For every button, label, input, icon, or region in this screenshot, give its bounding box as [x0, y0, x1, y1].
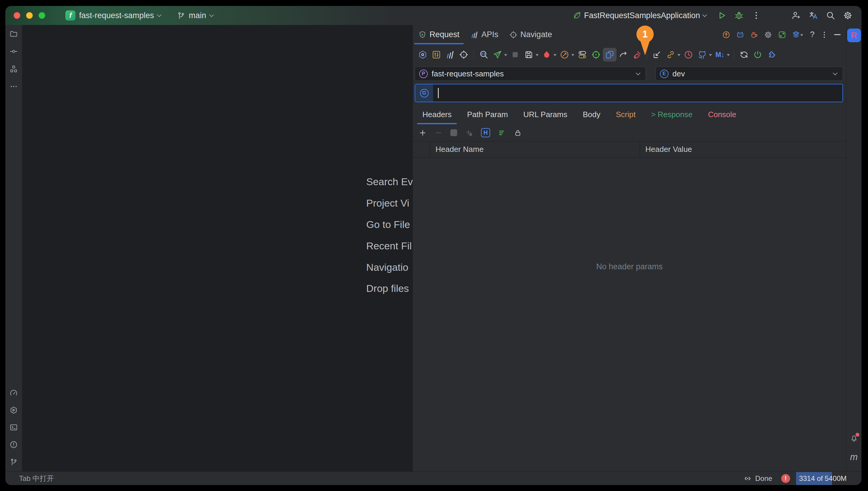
config-button[interactable]: [416, 48, 430, 61]
toolwindow-settings-button[interactable]: [430, 48, 443, 61]
upgrade-icon[interactable]: [722, 31, 730, 39]
copy-request-button[interactable]: [603, 48, 616, 61]
locate-api-button[interactable]: [589, 48, 603, 61]
layout-selector[interactable]: [792, 31, 804, 39]
more-tool-windows-button[interactable]: [9, 82, 18, 91]
tab-navigate[interactable]: Navigate: [504, 25, 558, 44]
more-run-options-button[interactable]: [751, 11, 761, 20]
plugin-settings-button[interactable]: [764, 48, 778, 61]
code-with-me-button[interactable]: [791, 11, 801, 20]
settings-gear-button[interactable]: [843, 11, 852, 20]
redo-button[interactable]: [616, 48, 630, 61]
toggle-params-button[interactable]: [576, 48, 589, 61]
refresh-button[interactable]: [737, 48, 751, 61]
notifications-button[interactable]: [850, 434, 858, 443]
notification-badge-dot: [856, 433, 859, 437]
minimize-window-button[interactable]: [26, 12, 33, 19]
add-header-button[interactable]: [419, 129, 427, 137]
run-configuration-selector[interactable]: FastRequestSamplesApplication: [570, 9, 709, 22]
help-icon[interactable]: ?: [810, 31, 814, 39]
headers-table-body[interactable]: No header params: [413, 157, 846, 471]
api-list-button[interactable]: [443, 48, 457, 61]
save-request-button[interactable]: [522, 48, 536, 61]
tab-apis[interactable]: APIs: [465, 25, 504, 44]
structure-tool-window-button[interactable]: [9, 65, 18, 73]
zoom-window-button[interactable]: [39, 12, 45, 19]
chevron-down-icon: [833, 70, 838, 75]
profiler-tool-window-button[interactable]: [9, 389, 18, 397]
search-everywhere-button[interactable]: [826, 11, 835, 20]
api-docs-button[interactable]: [540, 48, 553, 61]
copy-icon: [605, 50, 614, 59]
edit-disabled-button[interactable]: [558, 48, 571, 61]
edit-options-arrow-icon[interactable]: [571, 54, 574, 58]
hide-panel-button[interactable]: [834, 34, 841, 35]
build-status-text[interactable]: Done: [755, 474, 772, 483]
commit-tool-window-button[interactable]: [9, 47, 18, 56]
sort-lines-icon[interactable]: [498, 129, 506, 137]
remove-header-button[interactable]: [435, 129, 442, 137]
maven-tool-window-button[interactable]: m: [850, 452, 858, 462]
navigate-to-code-button[interactable]: [457, 48, 470, 61]
fast-request-logo[interactable]: R: [847, 29, 861, 42]
project-widget[interactable]: f fast-request-samples: [62, 9, 164, 22]
send-options-arrow-icon[interactable]: [504, 54, 507, 58]
history-button[interactable]: [682, 48, 695, 61]
subtab-url-params[interactable]: URL Params: [516, 105, 575, 124]
github-options-arrow-icon[interactable]: [709, 54, 712, 58]
reload-plugin-button[interactable]: [751, 48, 764, 61]
close-window-button[interactable]: [14, 12, 20, 19]
error-notification-icon[interactable]: !: [781, 474, 790, 483]
expand-view-icon[interactable]: [778, 31, 786, 39]
build-status-icon[interactable]: [744, 474, 752, 483]
subtab-console[interactable]: Console: [700, 105, 744, 124]
import-button[interactable]: [650, 48, 664, 61]
services-tool-window-button[interactable]: [9, 406, 18, 414]
link-options-arrow-icon[interactable]: [677, 54, 681, 58]
http-method-segment[interactable]: G: [415, 84, 433, 102]
coffee-donate-icon[interactable]: [750, 31, 758, 39]
github-sync-button[interactable]: [695, 48, 709, 61]
terminal-tool-window-button[interactable]: [9, 423, 18, 432]
panel-options-kebab-icon[interactable]: [820, 31, 829, 39]
search-api-button[interactable]: [477, 48, 490, 61]
tab-request[interactable]: Request: [413, 25, 465, 44]
hint-navigation-bar: Navigatio: [366, 257, 413, 278]
memory-indicator[interactable]: 3314 of 5400M: [796, 472, 849, 485]
import-icon: [652, 50, 662, 59]
save-options-arrow-icon[interactable]: [536, 54, 539, 58]
panel-header: Request APIs Navigate: [413, 25, 846, 45]
header-name-column[interactable]: Header Name: [430, 142, 640, 157]
version-control-tool-window-button[interactable]: [9, 458, 18, 466]
subtab-path-param[interactable]: Path Param: [459, 105, 516, 124]
global-header-toggle[interactable]: H: [481, 128, 490, 137]
robot-assistant-icon[interactable]: [736, 31, 744, 39]
debug-button[interactable]: [734, 11, 744, 20]
header-value-column[interactable]: Header Value: [640, 142, 846, 157]
subtab-headers[interactable]: Headers: [415, 105, 459, 124]
subtab-script[interactable]: Script: [608, 105, 643, 124]
url-field-wrapper: G: [415, 84, 843, 102]
project-combobox[interactable]: P fast-request-samples: [415, 66, 646, 81]
chevron-down-icon: [157, 12, 162, 17]
run-button[interactable]: [717, 11, 726, 20]
clear-headers-button[interactable]: [450, 129, 457, 136]
translate-button[interactable]: [809, 11, 818, 20]
add-from-template-button[interactable]: [465, 129, 473, 137]
markdown-export-button[interactable]: M↓: [713, 48, 727, 61]
markdown-options-arrow-icon[interactable]: [727, 54, 730, 58]
subtab-response[interactable]: > Response: [643, 105, 700, 124]
editor-empty-area[interactable]: Search Ev Project Vi Go to File Recent F…: [22, 25, 413, 471]
url-input[interactable]: [439, 84, 843, 102]
lock-icon[interactable]: [514, 129, 522, 137]
problems-tool-window-button[interactable]: [9, 440, 18, 449]
stop-request-button[interactable]: [508, 48, 522, 61]
environment-combobox[interactable]: E dev: [656, 66, 843, 81]
panel-settings-gear-icon[interactable]: [764, 31, 772, 39]
copy-link-button[interactable]: [664, 48, 677, 61]
project-tool-window-button[interactable]: [9, 30, 18, 38]
docs-options-arrow-icon[interactable]: [553, 54, 556, 58]
vcs-branch-widget[interactable]: main: [174, 9, 216, 22]
subtab-body[interactable]: Body: [575, 105, 608, 124]
send-request-button[interactable]: [490, 48, 504, 61]
